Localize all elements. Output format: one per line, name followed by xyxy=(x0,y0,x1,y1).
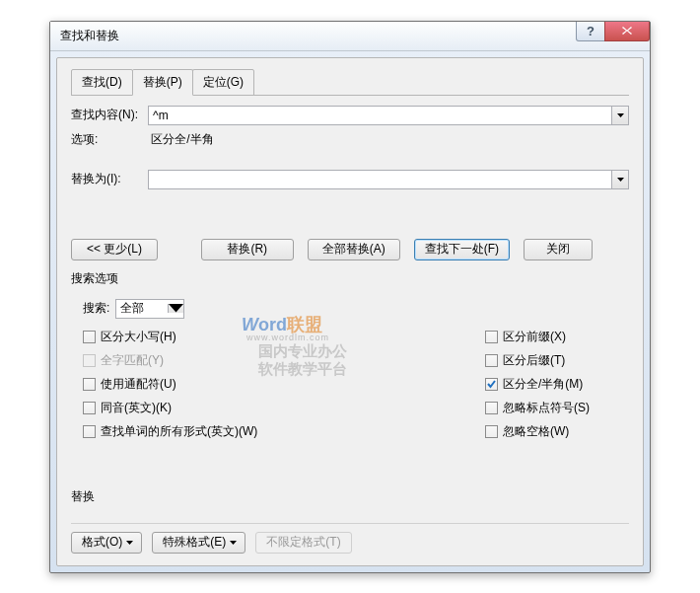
check-wildcards[interactable]: 使用通配符(U) xyxy=(83,376,257,393)
window-buttons: ? xyxy=(577,22,650,41)
checkbox-icon xyxy=(83,331,96,343)
tab-strip: 查找(D) 替换(P) 定位(G) xyxy=(71,69,629,96)
check-full-half[interactable]: 区分全/半角(M) xyxy=(485,376,590,393)
replace-all-button[interactable]: 全部替换(A) xyxy=(308,239,400,260)
replace-label: 替换为(I): xyxy=(71,171,148,187)
checkbox-icon xyxy=(485,425,498,438)
checkbox-icon xyxy=(83,425,96,438)
bottom-button-row: 格式(O) 特殊格式(E) 不限定格式(T) xyxy=(71,532,629,554)
checkbox-icon xyxy=(83,354,96,367)
help-icon: ? xyxy=(587,24,595,38)
search-direction-value: 全部 xyxy=(116,300,168,317)
find-next-button[interactable]: 查找下一处(F) xyxy=(414,239,510,260)
chevron-down-icon xyxy=(617,178,624,182)
search-direction-row: 搜索: 全部 xyxy=(83,299,629,319)
chevron-down-icon xyxy=(230,541,237,545)
close-button[interactable]: 关闭 xyxy=(524,239,593,260)
less-button[interactable]: << 更少(L) xyxy=(71,239,158,260)
check-prefix[interactable]: 区分前缀(X) xyxy=(485,329,590,345)
replace-dropdown-button[interactable] xyxy=(611,171,628,188)
check-suffix[interactable]: 区分后缀(T) xyxy=(485,352,590,369)
format-button[interactable]: 格式(O) xyxy=(71,532,142,554)
check-sounds-like[interactable]: 同音(英文)(K) xyxy=(83,400,257,416)
replace-input[interactable] xyxy=(149,171,611,188)
search-options-title: 搜索选项 xyxy=(71,270,629,287)
replace-row: 替换为(I): xyxy=(71,170,629,189)
main-button-row: << 更少(L) 替换(R) 全部替换(A) 查找下一处(F) 关闭 xyxy=(71,239,629,260)
tab-replace[interactable]: 替换(P) xyxy=(132,69,193,96)
find-combobox[interactable] xyxy=(148,106,629,125)
replace-combobox[interactable] xyxy=(148,170,629,189)
tab-find[interactable]: 查找(D) xyxy=(71,69,133,96)
find-options-line: 选项: 区分全/半角 xyxy=(71,131,629,148)
checkbox-icon xyxy=(485,354,498,367)
search-label: 搜索: xyxy=(83,300,109,317)
chevron-down-icon xyxy=(169,304,183,313)
no-format-button: 不限定格式(T) xyxy=(255,532,351,554)
search-direction-combobox[interactable]: 全部 xyxy=(115,299,184,319)
close-window-button[interactable] xyxy=(604,22,650,41)
find-dropdown-button[interactable] xyxy=(611,107,628,124)
check-ignore-punct[interactable]: 忽略标点符号(S) xyxy=(485,400,590,416)
checkbox-grid: 区分大小写(H) 全字匹配(Y) 使用通配符(U) 同音(英文)(K) 查找单词… xyxy=(83,329,629,440)
titlebar: 查找和替换 ? xyxy=(50,22,650,51)
replace-button[interactable]: 替换(R) xyxy=(201,239,294,260)
check-ignore-space[interactable]: 忽略空格(W) xyxy=(485,423,590,440)
check-all-forms[interactable]: 查找单词的所有形式(英文)(W) xyxy=(83,423,257,440)
close-icon xyxy=(621,26,633,36)
dialog-window: 查找和替换 ? 查找(D) 替换(P) 定位(G) 查找内容(N): 选项: 区… xyxy=(49,21,651,573)
dialog-body: 查找(D) 替换(P) 定位(G) 查找内容(N): 选项: 区分全/半角 替换… xyxy=(56,57,644,566)
checkbox-icon xyxy=(485,331,498,343)
checkbox-icon xyxy=(83,402,96,414)
search-direction-dropdown-button[interactable] xyxy=(168,304,183,313)
chevron-down-icon xyxy=(126,541,133,545)
check-whole-word: 全字匹配(Y) xyxy=(83,352,257,369)
replace-section-title: 替换 xyxy=(71,488,629,505)
checkbox-left-col: 区分大小写(H) 全字匹配(Y) 使用通配符(U) 同音(英文)(K) 查找单词… xyxy=(83,329,257,440)
help-button[interactable]: ? xyxy=(576,22,605,41)
chevron-down-icon xyxy=(617,113,624,117)
checkbox-icon xyxy=(83,378,96,391)
check-match-case[interactable]: 区分大小写(H) xyxy=(83,329,257,345)
checkbox-right-col: 区分前缀(X) 区分后缀(T) 区分全/半角(M) 忽略标点符号(S) 忽略空格… xyxy=(485,329,629,440)
find-input[interactable] xyxy=(149,107,611,124)
find-row: 查找内容(N): xyxy=(71,106,629,125)
tab-goto[interactable]: 定位(G) xyxy=(192,69,254,96)
window-title: 查找和替换 xyxy=(60,28,119,44)
options-label: 选项: xyxy=(71,131,148,148)
checkbox-icon xyxy=(485,402,498,414)
divider xyxy=(71,523,629,524)
options-value: 区分全/半角 xyxy=(151,132,213,146)
find-label: 查找内容(N): xyxy=(71,107,148,123)
checkbox-icon xyxy=(485,378,498,391)
special-button[interactable]: 特殊格式(E) xyxy=(152,532,245,554)
